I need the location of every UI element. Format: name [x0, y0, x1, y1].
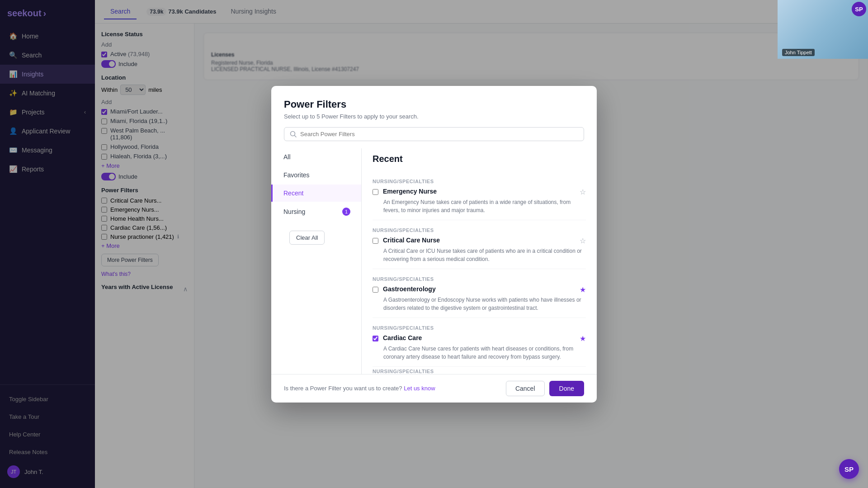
modal-header: Power Filters Select up to 5 Power Filte… — [271, 86, 597, 127]
video-avatar[interactable]: SP — [852, 2, 866, 16]
cardiac-care-star[interactable]: ★ — [580, 334, 586, 343]
filter-option-critical-care: NURSING/SPECIALTIES Critical Care Nurse … — [373, 220, 586, 269]
emergency-nurse-name: Emergency Nurse — [383, 188, 575, 195]
video-name-tag: John Tippett — [782, 49, 815, 56]
category-label: NURSING/SPECIALTIES — [373, 179, 586, 184]
modal-search-input[interactable] — [300, 131, 578, 137]
critical-care-desc: A Critical Care or ICU Nurse takes care … — [373, 247, 586, 263]
category-label: NURSING/SPECIALTIES — [373, 227, 586, 233]
modal-title: Power Filters — [284, 99, 584, 110]
filter-option-gastroenterology: NURSING/SPECIALTIES Gastroenterology ★ A… — [373, 269, 586, 318]
modal-nav-all-label: All — [283, 153, 291, 161]
let-us-know-link[interactable]: Let us know — [404, 385, 435, 392]
modal-left-nav: All Favorites Recent Nursing 1 Clear All — [271, 148, 362, 374]
gastroenterology-name: Gastroenterology — [383, 285, 575, 293]
filter-option-cardiac-care: NURSING/SPECIALTIES Cardiac Care ★ A Car… — [373, 318, 586, 367]
cancel-button[interactable]: Cancel — [506, 381, 545, 396]
modal-nav-nursing-label: Nursing — [283, 208, 305, 215]
emergency-nurse-star[interactable]: ☆ — [580, 188, 586, 196]
category-label: NURSING/SPECIALTIES — [373, 276, 586, 282]
modal-nav-favorites[interactable]: Favorites — [271, 166, 361, 184]
modal-nav-recent-label: Recent — [283, 190, 303, 197]
recent-section-title: Recent — [373, 148, 586, 164]
emergency-nurse-checkbox[interactable] — [373, 189, 378, 195]
critical-care-name: Critical Care Nurse — [383, 237, 575, 244]
video-initials: SP — [855, 6, 863, 13]
modal-nav-favorites-label: Favorites — [283, 171, 310, 179]
more-category-label: NURSING/SPECIALTIES — [373, 369, 586, 374]
modal-search-bar — [284, 127, 584, 141]
footer-question: Is there a Power Filter you want us to c… — [284, 385, 402, 392]
svg-line-1 — [295, 135, 297, 137]
gastroenterology-star[interactable]: ★ — [580, 285, 586, 294]
modal-nav-nursing[interactable]: Nursing 1 — [271, 203, 361, 221]
nursing-badge: 1 — [342, 208, 350, 216]
critical-care-checkbox[interactable] — [373, 238, 378, 244]
category-label: NURSING/SPECIALTIES — [373, 325, 586, 331]
filter-option-header: Emergency Nurse ☆ — [373, 188, 586, 196]
gastroenterology-checkbox[interactable] — [373, 287, 378, 293]
fab-button[interactable]: SP — [839, 459, 859, 479]
modal-footer: Is there a Power Filter you want us to c… — [271, 374, 597, 403]
clear-all-button[interactable]: Clear All — [289, 231, 325, 245]
gastroenterology-desc: A Gastroenterology or Endoscopy Nurse wo… — [373, 296, 586, 312]
modal-body: All Favorites Recent Nursing 1 Clear All — [271, 148, 597, 374]
modal-search-icon — [290, 131, 297, 137]
critical-care-star[interactable]: ☆ — [580, 237, 586, 245]
main: Search 73.9k 73.9k Candidates Nursing In… — [95, 0, 868, 488]
modal-nav-recent[interactable]: Recent — [271, 185, 361, 202]
cardiac-care-name: Cardiac Care — [383, 334, 575, 341]
filter-option-header: Critical Care Nurse ☆ — [373, 237, 586, 245]
video-thumbnail: John Tippett SP — [778, 0, 868, 59]
cardiac-care-desc: A Cardiac Care Nurse cares for patients … — [373, 345, 586, 361]
footer-text: Is there a Power Filter you want us to c… — [284, 385, 435, 392]
footer-buttons: Cancel Done — [506, 381, 584, 396]
power-filters-modal: Power Filters Select up to 5 Power Filte… — [271, 86, 597, 403]
modal-overlay[interactable]: Power Filters Select up to 5 Power Filte… — [95, 0, 868, 488]
modal-nav-all[interactable]: All — [271, 148, 361, 166]
cardiac-care-checkbox[interactable] — [373, 336, 378, 341]
filter-option-header: Gastroenterology ★ — [373, 285, 586, 294]
modal-subtitle: Select up to 5 Power Filters to apply to… — [284, 113, 584, 120]
done-button[interactable]: Done — [549, 381, 584, 396]
emergency-nurse-desc: An Emergency Nurse takes care of patient… — [373, 198, 586, 214]
filter-option-header: Cardiac Care ★ — [373, 334, 586, 343]
modal-right-content: Recent NURSING/SPECIALTIES Emergency Nur… — [362, 148, 597, 374]
filter-option-emergency-nurse: NURSING/SPECIALTIES Emergency Nurse ☆ An… — [373, 171, 586, 220]
